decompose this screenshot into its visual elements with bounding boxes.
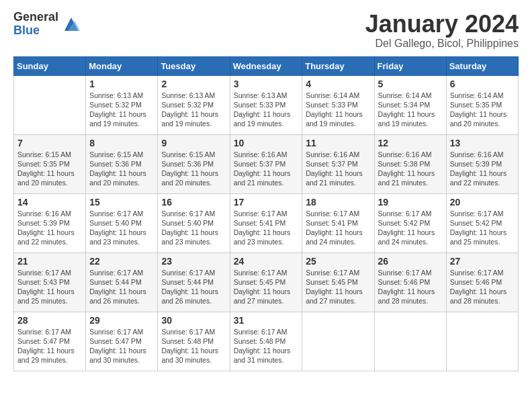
day-number: 18 xyxy=(306,197,370,208)
header: General Blue January 2024 Del Gallego, B… xyxy=(13,11,519,50)
day-number: 4 xyxy=(306,79,370,89)
day-info: Sunrise: 6:17 AM Sunset: 5:40 PM Dayligh… xyxy=(89,209,154,247)
day-number: 6 xyxy=(450,79,515,89)
day-info: Sunrise: 6:15 AM Sunset: 5:35 PM Dayligh… xyxy=(17,150,82,188)
day-number: 29 xyxy=(89,315,154,326)
day-number: 31 xyxy=(234,315,299,326)
main-title: January 2024 xyxy=(365,11,519,38)
day-info: Sunrise: 6:16 AM Sunset: 5:39 PM Dayligh… xyxy=(450,150,515,188)
calendar-cell: 25Sunrise: 6:17 AM Sunset: 5:45 PM Dayli… xyxy=(302,253,374,312)
day-info: Sunrise: 6:14 AM Sunset: 5:34 PM Dayligh… xyxy=(378,91,443,129)
day-number: 10 xyxy=(234,138,299,148)
calendar-cell: 10Sunrise: 6:16 AM Sunset: 5:37 PM Dayli… xyxy=(230,134,302,193)
calendar-cell: 27Sunrise: 6:17 AM Sunset: 5:46 PM Dayli… xyxy=(446,253,518,312)
subtitle: Del Gallego, Bicol, Philippines xyxy=(365,38,519,50)
day-info: Sunrise: 6:17 AM Sunset: 5:44 PM Dayligh… xyxy=(89,268,154,306)
day-number: 16 xyxy=(161,197,226,208)
day-number: 25 xyxy=(306,256,370,267)
calendar-cell: 2Sunrise: 6:13 AM Sunset: 5:32 PM Daylig… xyxy=(158,75,230,134)
calendar-cell: 22Sunrise: 6:17 AM Sunset: 5:44 PM Dayli… xyxy=(86,253,158,312)
day-number: 24 xyxy=(234,256,299,267)
title-section: January 2024 Del Gallego, Bicol, Philipp… xyxy=(365,11,519,50)
logo-blue: Blue xyxy=(13,24,58,38)
calendar-cell: 6Sunrise: 6:14 AM Sunset: 5:35 PM Daylig… xyxy=(446,75,518,134)
calendar-cell: 13Sunrise: 6:16 AM Sunset: 5:39 PM Dayli… xyxy=(446,134,518,193)
day-info: Sunrise: 6:17 AM Sunset: 5:42 PM Dayligh… xyxy=(378,209,443,247)
calendar-table: SundayMondayTuesdayWednesdayThursdayFrid… xyxy=(13,56,519,371)
day-info: Sunrise: 6:14 AM Sunset: 5:33 PM Dayligh… xyxy=(306,91,370,129)
day-info: Sunrise: 6:17 AM Sunset: 5:45 PM Dayligh… xyxy=(234,268,299,306)
day-number: 22 xyxy=(89,256,154,267)
day-info: Sunrise: 6:17 AM Sunset: 5:41 PM Dayligh… xyxy=(306,209,370,247)
calendar-cell: 23Sunrise: 6:17 AM Sunset: 5:44 PM Dayli… xyxy=(158,253,230,312)
day-number: 8 xyxy=(89,138,154,148)
calendar-cell: 7Sunrise: 6:15 AM Sunset: 5:35 PM Daylig… xyxy=(14,134,86,193)
day-number: 17 xyxy=(234,197,299,208)
day-number: 13 xyxy=(450,138,515,148)
day-number: 20 xyxy=(450,197,515,208)
day-info: Sunrise: 6:13 AM Sunset: 5:33 PM Dayligh… xyxy=(234,91,299,129)
calendar-week-row: 7Sunrise: 6:15 AM Sunset: 5:35 PM Daylig… xyxy=(14,134,519,193)
calendar-cell: 11Sunrise: 6:16 AM Sunset: 5:37 PM Dayli… xyxy=(302,134,374,193)
day-info: Sunrise: 6:17 AM Sunset: 5:45 PM Dayligh… xyxy=(306,268,370,306)
calendar-cell: 9Sunrise: 6:15 AM Sunset: 5:36 PM Daylig… xyxy=(158,134,230,193)
calendar-cell: 31Sunrise: 6:17 AM Sunset: 5:48 PM Dayli… xyxy=(230,312,302,371)
calendar-cell: 30Sunrise: 6:17 AM Sunset: 5:48 PM Dayli… xyxy=(158,312,230,371)
calendar-header-cell: Monday xyxy=(86,56,158,75)
day-info: Sunrise: 6:17 AM Sunset: 5:40 PM Dayligh… xyxy=(161,209,226,247)
calendar-cell: 14Sunrise: 6:16 AM Sunset: 5:39 PM Dayli… xyxy=(14,193,86,253)
day-number: 3 xyxy=(234,79,299,89)
calendar-cell: 17Sunrise: 6:17 AM Sunset: 5:41 PM Dayli… xyxy=(230,193,302,253)
day-info: Sunrise: 6:17 AM Sunset: 5:46 PM Dayligh… xyxy=(450,268,515,306)
calendar-cell: 24Sunrise: 6:17 AM Sunset: 5:45 PM Dayli… xyxy=(230,253,302,312)
calendar-cell: 15Sunrise: 6:17 AM Sunset: 5:40 PM Dayli… xyxy=(86,193,158,253)
calendar-header-row: SundayMondayTuesdayWednesdayThursdayFrid… xyxy=(14,56,519,75)
day-info: Sunrise: 6:16 AM Sunset: 5:37 PM Dayligh… xyxy=(306,150,370,188)
day-number: 7 xyxy=(17,138,82,148)
day-info: Sunrise: 6:15 AM Sunset: 5:36 PM Dayligh… xyxy=(89,150,154,188)
calendar-cell xyxy=(446,312,518,371)
calendar-cell: 5Sunrise: 6:14 AM Sunset: 5:34 PM Daylig… xyxy=(374,75,446,134)
day-info: Sunrise: 6:17 AM Sunset: 5:48 PM Dayligh… xyxy=(234,327,299,365)
calendar-cell xyxy=(302,312,374,371)
day-number: 14 xyxy=(17,197,82,208)
day-info: Sunrise: 6:13 AM Sunset: 5:32 PM Dayligh… xyxy=(89,91,154,129)
day-number: 9 xyxy=(161,138,226,148)
calendar-cell: 19Sunrise: 6:17 AM Sunset: 5:42 PM Dayli… xyxy=(374,193,446,253)
calendar-cell: 28Sunrise: 6:17 AM Sunset: 5:47 PM Dayli… xyxy=(14,312,86,371)
calendar-cell: 29Sunrise: 6:17 AM Sunset: 5:47 PM Dayli… xyxy=(86,312,158,371)
calendar-cell: 12Sunrise: 6:16 AM Sunset: 5:38 PM Dayli… xyxy=(374,134,446,193)
day-info: Sunrise: 6:16 AM Sunset: 5:39 PM Dayligh… xyxy=(17,209,82,247)
day-info: Sunrise: 6:17 AM Sunset: 5:42 PM Dayligh… xyxy=(450,209,515,247)
day-number: 23 xyxy=(161,256,226,267)
day-info: Sunrise: 6:17 AM Sunset: 5:41 PM Dayligh… xyxy=(234,209,299,247)
calendar-header-cell: Wednesday xyxy=(230,56,302,75)
day-info: Sunrise: 6:16 AM Sunset: 5:38 PM Dayligh… xyxy=(378,150,443,188)
calendar-cell: 1Sunrise: 6:13 AM Sunset: 5:32 PM Daylig… xyxy=(86,75,158,134)
day-number: 11 xyxy=(306,138,370,148)
day-number: 12 xyxy=(378,138,443,148)
calendar-header-cell: Friday xyxy=(374,56,446,75)
calendar-week-row: 1Sunrise: 6:13 AM Sunset: 5:32 PM Daylig… xyxy=(14,75,519,134)
day-info: Sunrise: 6:17 AM Sunset: 5:43 PM Dayligh… xyxy=(17,268,82,306)
day-number: 30 xyxy=(161,315,226,326)
calendar-cell: 8Sunrise: 6:15 AM Sunset: 5:36 PM Daylig… xyxy=(86,134,158,193)
calendar-cell: 3Sunrise: 6:13 AM Sunset: 5:33 PM Daylig… xyxy=(230,75,302,134)
day-info: Sunrise: 6:15 AM Sunset: 5:36 PM Dayligh… xyxy=(161,150,226,188)
day-number: 27 xyxy=(450,256,515,267)
day-info: Sunrise: 6:13 AM Sunset: 5:32 PM Dayligh… xyxy=(161,91,226,129)
calendar-cell: 21Sunrise: 6:17 AM Sunset: 5:43 PM Dayli… xyxy=(14,253,86,312)
logo: General Blue xyxy=(13,11,81,38)
day-info: Sunrise: 6:17 AM Sunset: 5:48 PM Dayligh… xyxy=(161,327,226,365)
day-number: 2 xyxy=(161,79,226,89)
calendar-cell: 20Sunrise: 6:17 AM Sunset: 5:42 PM Dayli… xyxy=(446,193,518,253)
day-number: 5 xyxy=(378,79,443,89)
calendar-cell: 16Sunrise: 6:17 AM Sunset: 5:40 PM Dayli… xyxy=(158,193,230,253)
day-info: Sunrise: 6:17 AM Sunset: 5:46 PM Dayligh… xyxy=(378,268,443,306)
calendar-cell xyxy=(14,75,86,134)
calendar-header-cell: Saturday xyxy=(446,56,518,75)
calendar-week-row: 14Sunrise: 6:16 AM Sunset: 5:39 PM Dayli… xyxy=(14,193,519,253)
day-info: Sunrise: 6:17 AM Sunset: 5:44 PM Dayligh… xyxy=(161,268,226,306)
calendar-cell xyxy=(374,312,446,371)
day-info: Sunrise: 6:14 AM Sunset: 5:35 PM Dayligh… xyxy=(450,91,515,129)
